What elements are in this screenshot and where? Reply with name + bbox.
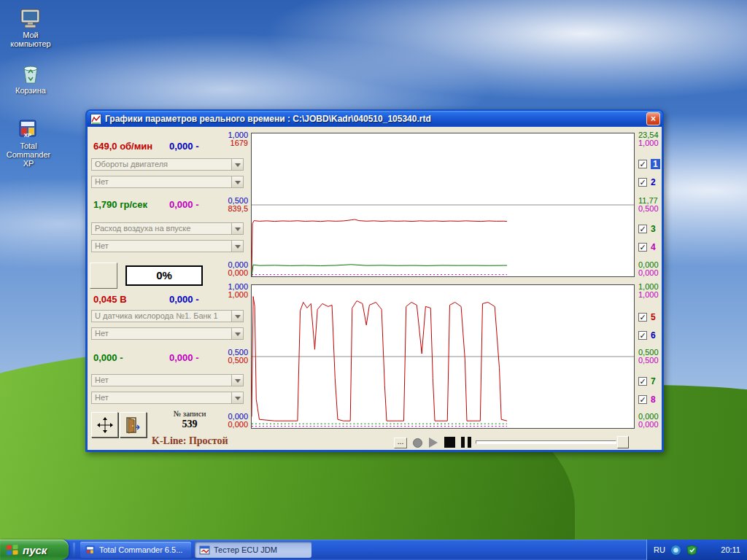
system-tray: RU 20:11 <box>646 540 747 560</box>
checkbox-check-icon[interactable]: ✓ <box>638 377 647 386</box>
chart-top <box>251 133 635 277</box>
blank-button[interactable] <box>90 262 117 289</box>
move-chart-button[interactable] <box>91 412 118 438</box>
desktop-icon-my-computer[interactable]: Мой компьютер <box>4 4 57 48</box>
param3-select-b[interactable]: Нет <box>91 327 244 340</box>
clock[interactable]: 20:11 <box>721 545 740 554</box>
window-titlebar[interactable]: Графики параметров реального времени : C… <box>87 111 662 127</box>
total-commander-task-icon <box>85 545 96 556</box>
checkbox-check-icon[interactable]: ✓ <box>638 225 647 233</box>
options-button[interactable]: ... <box>394 438 407 448</box>
chevron-down-icon[interactable] <box>231 328 243 339</box>
window-client-area: 649,0 об/мин 0,000 - Обороты двигателя Н… <box>88 127 662 450</box>
series-checkbox-7[interactable]: ✓7 <box>638 376 656 386</box>
tray-icon-2[interactable] <box>686 545 697 556</box>
kline-status: K-Line: Простой <box>152 435 228 447</box>
chart-top-plot <box>252 133 634 276</box>
move-arrows-icon <box>96 416 114 434</box>
param2-value2: 0,000 - <box>169 199 198 210</box>
checkbox-check-icon[interactable]: ✓ <box>638 331 647 340</box>
windows-flag-icon <box>6 544 19 556</box>
axis-label-pair: 0,0000,000 <box>198 261 248 277</box>
desktop-icon-total-commander[interactable]: XP Total Commander XP <box>2 115 55 168</box>
tray-icon-1[interactable] <box>670 545 681 556</box>
axis-label-pair: 0,500839,5 <box>198 197 248 213</box>
series-number[interactable]: 6 <box>651 330 656 341</box>
start-label: пуск <box>23 544 47 556</box>
exit-button[interactable] <box>120 412 147 438</box>
series-checkbox-3[interactable]: ✓3 <box>638 224 656 234</box>
checkbox-check-icon[interactable]: ✓ <box>638 313 647 322</box>
chart-bottom-plot <box>252 285 634 428</box>
series-number[interactable]: 2 <box>651 177 656 187</box>
param4-select-a[interactable]: Нет <box>91 374 244 386</box>
desktop-icon-recycle-bin[interactable]: Корзина <box>4 60 57 95</box>
param1-select-a[interactable]: Обороты двигателя <box>91 158 244 171</box>
series-checkbox-6[interactable]: ✓6 <box>638 330 656 341</box>
taskbar-divider <box>73 542 75 557</box>
app-window: Графики параметров реального времени : C… <box>85 109 664 452</box>
param2-select-a[interactable]: Расход воздуха на впуске <box>91 222 244 235</box>
chevron-down-icon[interactable] <box>231 392 243 403</box>
taskbar-task-total-commander[interactable]: Total Commander 6.5... <box>80 542 191 558</box>
series-number[interactable]: 1 <box>651 159 660 169</box>
chevron-down-icon[interactable] <box>231 176 243 187</box>
total-commander-icon: XP <box>2 115 55 140</box>
taskbar-task-tester-ecu[interactable]: Тестер ECU JDM <box>195 542 311 558</box>
axis-label-pair: 0,5000,500 <box>638 349 667 365</box>
window-chart-icon <box>90 114 101 125</box>
param3-value2: 0,000 - <box>169 294 198 305</box>
stop-icon[interactable] <box>444 437 455 448</box>
param4-select-b[interactable]: Нет <box>91 392 244 404</box>
series-number[interactable]: 4 <box>651 242 656 252</box>
series-checkbox-4[interactable]: ✓4 <box>638 242 656 252</box>
start-button[interactable]: пуск <box>0 540 69 560</box>
series-number[interactable]: 3 <box>651 224 656 234</box>
desktop: Мой компьютер Корзина XP Total Commander… <box>0 0 747 560</box>
series-number[interactable]: 8 <box>651 394 656 405</box>
pause-icon[interactable] <box>461 437 471 448</box>
axis-label-pair: 11,770,500 <box>638 197 667 213</box>
axis-label-pair: 1,0001,000 <box>198 283 248 299</box>
param3-select-a[interactable]: U датчика кислорода №1. Банк 1 <box>91 310 244 322</box>
checkbox-check-icon[interactable]: ✓ <box>638 243 647 252</box>
exit-door-icon <box>125 416 142 434</box>
checkbox-check-icon[interactable]: ✓ <box>638 178 647 187</box>
desktop-icon-label: Мой компьютер <box>4 31 57 48</box>
param1-value: 649,0 об/мин <box>93 141 152 152</box>
my-computer-icon <box>4 4 57 29</box>
close-button[interactable]: × <box>646 112 660 125</box>
playback-slider-thumb[interactable] <box>617 436 629 448</box>
chevron-down-icon[interactable] <box>231 159 243 170</box>
playback-slider-track[interactable] <box>476 440 616 444</box>
record-icon[interactable] <box>413 438 422 448</box>
taskbar: пуск Total Commander 6.5... Тестер ECU J… <box>0 540 747 560</box>
axis-label-pair: 0,0000,000 <box>638 261 667 277</box>
chevron-down-icon[interactable] <box>231 223 243 234</box>
tester-ecu-task-icon <box>199 545 210 556</box>
checkbox-check-icon[interactable]: ✓ <box>638 160 647 168</box>
series-checkbox-8[interactable]: ✓8 <box>638 394 656 405</box>
chevron-down-icon[interactable] <box>231 375 243 386</box>
chevron-down-icon[interactable] <box>231 241 243 252</box>
axis-label-pair: 23,541,000 <box>638 131 667 147</box>
series-checkbox-5[interactable]: ✓5 <box>638 312 656 322</box>
desktop-icon-label: Total Commander XP <box>2 141 55 168</box>
chevron-down-icon[interactable] <box>231 311 243 322</box>
series-number[interactable]: 5 <box>651 312 656 322</box>
axis-label-pair: 1,0001679 <box>198 131 248 147</box>
progress-indicator: 0% <box>125 265 203 286</box>
recycle-bin-icon <box>4 60 57 85</box>
language-indicator[interactable]: RU <box>654 545 665 554</box>
series-checkbox-2[interactable]: ✓2 <box>638 177 656 187</box>
series-checkbox-1[interactable]: ✓1 <box>638 159 660 169</box>
param4-value2: 0,000 - <box>169 352 198 363</box>
param3-value: 0,045 В <box>93 294 127 305</box>
checkbox-check-icon[interactable]: ✓ <box>638 395 647 404</box>
svg-text:XP: XP <box>24 132 32 139</box>
series-number[interactable]: 7 <box>651 376 656 386</box>
param1-select-b[interactable]: Нет <box>91 176 244 188</box>
play-icon[interactable] <box>429 438 438 448</box>
param2-select-b[interactable]: Нет <box>91 240 244 252</box>
axis-label-pair: 0,0000,000 <box>638 413 667 429</box>
